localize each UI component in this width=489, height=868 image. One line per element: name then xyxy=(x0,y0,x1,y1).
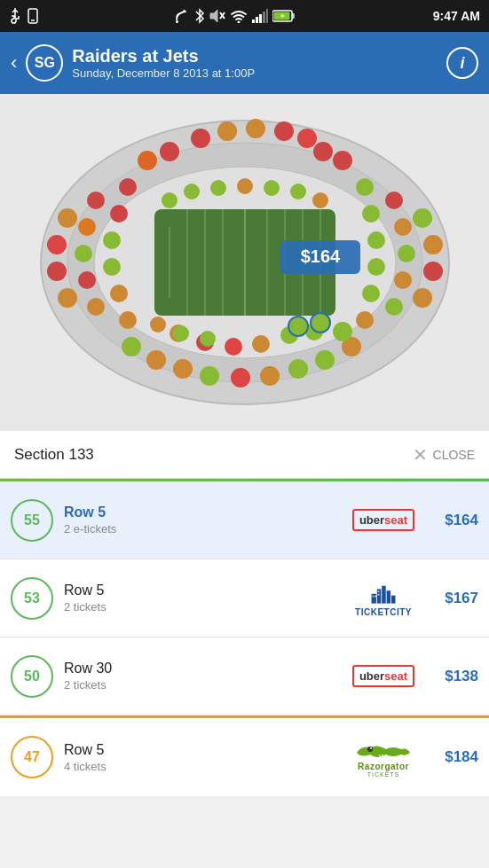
svg-rect-9 xyxy=(263,12,265,23)
svg-point-80 xyxy=(252,335,270,353)
ticket-badge: 50 xyxy=(11,655,53,698)
svg-point-50 xyxy=(103,258,121,276)
ticket-row-label: Row 5 xyxy=(64,583,333,598)
header-left: ‹ SG Raiders at Jets Sunday, December 8 … xyxy=(11,44,255,82)
event-title: Raiders at Jets xyxy=(72,46,255,66)
svg-point-56 xyxy=(413,288,432,308)
bluetooth-icon xyxy=(194,8,205,24)
svg-point-49 xyxy=(103,231,121,249)
svg-point-46 xyxy=(87,298,105,316)
svg-rect-103 xyxy=(378,590,380,592)
svg-point-65 xyxy=(367,258,385,276)
svg-point-68 xyxy=(146,350,166,370)
back-button[interactable]: ‹ xyxy=(11,51,17,74)
svg-point-59 xyxy=(398,245,415,262)
svg-point-58 xyxy=(394,218,412,236)
ticket-row-label: Row 5 xyxy=(64,504,333,520)
svg-point-106 xyxy=(370,747,372,749)
ticket-badge: 55 xyxy=(11,499,53,542)
ticket-sub-label: 2 tickets xyxy=(64,678,333,692)
battery-icon xyxy=(272,10,296,22)
svg-point-29 xyxy=(191,129,210,148)
svg-point-85 xyxy=(210,180,226,196)
vendor-logo-razorgator: Razorgator TICKETS xyxy=(343,737,423,778)
svg-rect-101 xyxy=(372,596,374,598)
svg-point-90 xyxy=(150,317,166,332)
svg-rect-8 xyxy=(259,14,262,23)
svg-point-30 xyxy=(217,121,237,141)
status-left-icons xyxy=(9,8,39,24)
stadium-map[interactable]: $164 xyxy=(0,94,489,431)
svg-point-31 xyxy=(246,119,265,138)
svg-rect-98 xyxy=(382,586,386,604)
svg-point-54 xyxy=(423,235,443,254)
ticket-info: Row 30 2 tickets xyxy=(64,661,333,692)
vendor-logo-uberseat2: uberseat xyxy=(343,665,423,687)
svg-point-35 xyxy=(160,142,179,161)
svg-rect-96 xyxy=(371,594,375,604)
svg-rect-6 xyxy=(252,20,255,23)
svg-point-95 xyxy=(333,322,352,341)
svg-rect-12 xyxy=(292,13,295,19)
ticket-row[interactable]: 47 Row 5 4 tickets Razorgator xyxy=(0,718,489,796)
svg-point-94 xyxy=(311,313,330,332)
svg-point-62 xyxy=(356,178,374,196)
svg-point-67 xyxy=(356,311,374,329)
ticket-row[interactable]: 55 Row 5 2 e-tickets uberseat $164 xyxy=(0,481,489,559)
svg-rect-10 xyxy=(266,9,268,23)
svg-point-91 xyxy=(173,325,189,341)
svg-point-40 xyxy=(47,262,67,281)
svg-point-53 xyxy=(413,208,432,228)
svg-point-105 xyxy=(367,747,373,752)
svg-point-89 xyxy=(312,192,328,208)
svg-point-5 xyxy=(238,21,241,24)
ticket-info: Row 5 4 tickets xyxy=(64,742,333,773)
svg-point-45 xyxy=(78,271,96,289)
svg-point-36 xyxy=(333,151,352,170)
svg-point-47 xyxy=(119,178,137,196)
section-title: Section 133 xyxy=(14,446,94,464)
svg-text:$164: $164 xyxy=(300,246,340,266)
svg-point-76 xyxy=(122,337,141,356)
svg-point-55 xyxy=(423,262,443,281)
svg-rect-99 xyxy=(387,590,391,603)
svg-point-2 xyxy=(176,20,178,23)
app-header: ‹ SG Raiders at Jets Sunday, December 8 … xyxy=(0,32,489,94)
ticket-price: $138 xyxy=(434,668,478,685)
ticket-row[interactable]: 53 Row 5 2 tickets xyxy=(0,559,489,637)
svg-point-64 xyxy=(367,231,385,249)
ticket-sub-label: 4 tickets xyxy=(64,760,333,773)
ticket-row-label: Row 30 xyxy=(64,661,333,676)
cast-icon xyxy=(176,9,190,23)
svg-point-37 xyxy=(313,142,333,161)
ticket-price: $167 xyxy=(434,590,478,607)
svg-point-92 xyxy=(200,331,216,347)
event-date: Sunday, December 8 2013 at 1:00P xyxy=(72,66,255,80)
svg-rect-100 xyxy=(391,596,396,604)
close-button[interactable]: ✕ CLOSE xyxy=(413,444,475,465)
close-x-icon: ✕ xyxy=(413,444,428,465)
svg-point-38 xyxy=(58,208,77,228)
sg-logo: SG xyxy=(26,44,63,82)
stadium-svg-container: $164 xyxy=(0,94,489,431)
svg-point-41 xyxy=(58,288,77,308)
svg-point-51 xyxy=(110,285,128,302)
ticket-price: $184 xyxy=(434,748,478,766)
info-button[interactable]: i xyxy=(446,47,478,79)
vendor-logo-uberseat: uberseat xyxy=(343,509,423,531)
svg-point-84 xyxy=(184,184,200,199)
svg-point-86 xyxy=(237,178,253,194)
ticket-row[interactable]: 50 Row 30 2 tickets uberseat $138 xyxy=(0,637,489,716)
svg-point-57 xyxy=(385,192,403,209)
svg-point-32 xyxy=(274,121,294,141)
svg-point-88 xyxy=(290,184,306,199)
svg-rect-7 xyxy=(256,17,258,23)
section-header: Section 133 ✕ CLOSE xyxy=(0,431,489,479)
svg-point-69 xyxy=(173,359,193,379)
status-center-icons xyxy=(176,8,296,24)
svg-rect-104 xyxy=(378,594,380,596)
ticket-sub-label: 2 tickets xyxy=(64,600,333,614)
vendor-logo-ticketcity: TicketCity xyxy=(343,579,423,617)
svg-point-72 xyxy=(260,366,280,386)
phone-icon xyxy=(27,8,39,24)
